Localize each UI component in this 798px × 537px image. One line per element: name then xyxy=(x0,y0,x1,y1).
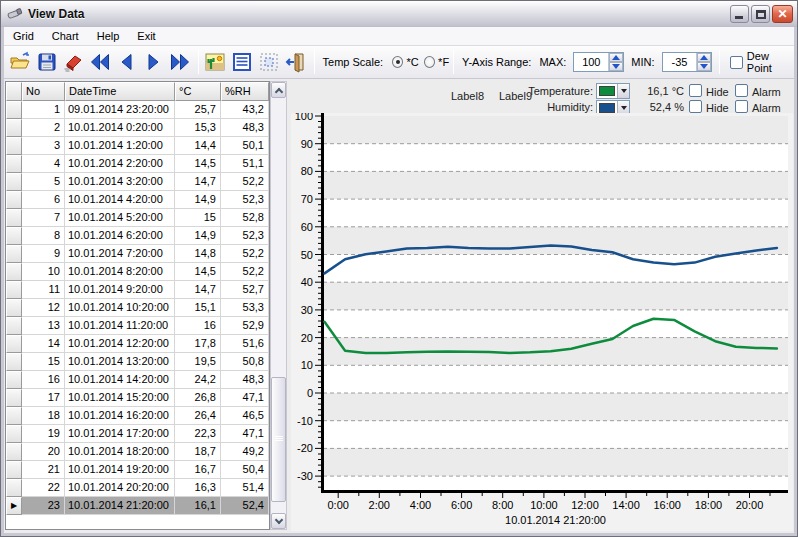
cell-rh: 50,4 xyxy=(221,461,269,479)
dew-point-checkbox[interactable] xyxy=(730,56,742,69)
minimize-icon xyxy=(735,16,743,19)
save-button[interactable] xyxy=(35,49,60,75)
table-row[interactable]: 1010.01.2014 8:20:0014,552,2 xyxy=(6,263,269,281)
table-row[interactable]: 310.01.2014 1:20:0014,450,1 xyxy=(6,137,269,155)
cell-rh: 51,4 xyxy=(221,479,269,497)
min-spin-up-button[interactable] xyxy=(697,53,711,62)
scroll-down-button[interactable] xyxy=(271,513,286,529)
select-button[interactable] xyxy=(256,49,281,75)
cell-datetime: 10.01.2014 11:20:00 xyxy=(65,317,175,335)
table-row[interactable]: 2210.01.2014 20:20:0016,351,4 xyxy=(6,479,269,497)
svg-text:6:00: 6:00 xyxy=(451,499,472,511)
column-header-no[interactable]: No xyxy=(22,82,65,101)
table-row[interactable]: 1710.01.2014 15:20:0026,847,1 xyxy=(6,389,269,407)
table-row[interactable]: 510.01.2014 3:20:0014,752,2 xyxy=(6,173,269,191)
table-row[interactable]: 109.01.2014 23:20:0025,743,2 xyxy=(6,101,269,119)
chart-image-button[interactable] xyxy=(203,49,228,75)
exit-button[interactable] xyxy=(283,49,308,75)
maximize-button[interactable] xyxy=(751,5,770,23)
max-spin-up-button[interactable] xyxy=(609,53,623,62)
alarm-temperature-checkbox[interactable] xyxy=(735,84,748,97)
cell-no: 14 xyxy=(22,335,65,353)
svg-text:16:00: 16:00 xyxy=(653,499,681,511)
erase-button[interactable] xyxy=(61,49,86,75)
row-indicator xyxy=(6,263,22,281)
menu-grid[interactable]: Grid xyxy=(4,28,43,44)
table-row[interactable]: 1310.01.2014 11:20:001652,9 xyxy=(6,317,269,335)
cell-rh: 52,3 xyxy=(221,227,269,245)
previous-record-button[interactable] xyxy=(114,49,139,75)
table-row[interactable]: 2010.01.2014 18:20:0018,749,2 xyxy=(6,443,269,461)
row-indicator xyxy=(6,173,22,191)
scrollbar-thumb[interactable] xyxy=(271,377,286,502)
min-spinedit[interactable]: -35 xyxy=(662,52,713,72)
table-row[interactable]: 410.01.2014 2:20:0014,551,1 xyxy=(6,155,269,173)
last-record-button[interactable] xyxy=(168,49,193,75)
svg-text:10: 10 xyxy=(301,359,313,371)
table-row[interactable]: 2110.01.2014 19:20:0016,750,4 xyxy=(6,461,269,479)
table-row[interactable]: 1510.01.2014 13:20:0019,550,8 xyxy=(6,353,269,371)
table-row[interactable]: 1410.01.2014 12:20:0017,851,6 xyxy=(6,335,269,353)
menu-help[interactable]: Help xyxy=(88,28,129,44)
fahrenheit-radio[interactable] xyxy=(424,56,435,68)
grid-view-button[interactable] xyxy=(230,49,255,75)
temperature-color-select[interactable] xyxy=(596,83,630,99)
column-header-datetime[interactable]: DateTime xyxy=(65,82,175,101)
hide-temperature-checkbox[interactable] xyxy=(689,84,702,97)
table-row[interactable]: 1610.01.2014 14:20:0024,248,3 xyxy=(6,371,269,389)
svg-text:50: 50 xyxy=(301,249,313,261)
min-value[interactable]: -35 xyxy=(663,53,697,71)
grid-scrollbar[interactable] xyxy=(270,81,287,530)
cell-no: 5 xyxy=(22,173,65,191)
humidity-color-swatch xyxy=(599,103,615,113)
celsius-radio[interactable] xyxy=(392,56,403,68)
cell-rh: 50,1 xyxy=(221,137,269,155)
column-header-rh[interactable]: %RH xyxy=(221,82,269,101)
scroll-up-button[interactable] xyxy=(271,82,286,98)
temperature-label: Temperature: xyxy=(527,84,593,98)
max-value[interactable]: 100 xyxy=(574,53,608,71)
cell-temp: 25,7 xyxy=(175,101,221,119)
cell-no: 4 xyxy=(22,155,65,173)
close-button[interactable]: ✕ xyxy=(772,5,793,23)
table-row[interactable]: 910.01.2014 7:20:0014,852,2 xyxy=(6,245,269,263)
svg-text:40: 40 xyxy=(301,276,313,288)
min-spin-down-button[interactable] xyxy=(697,62,711,71)
next-record-button[interactable] xyxy=(141,49,166,75)
cell-no: 18 xyxy=(22,407,65,425)
table-row[interactable]: 710.01.2014 5:20:001552,8 xyxy=(6,209,269,227)
row-indicator xyxy=(6,443,22,461)
minimize-button[interactable] xyxy=(730,5,749,23)
max-spin-down-button[interactable] xyxy=(609,62,623,71)
table-row[interactable]: 1110.01.2014 9:20:0014,752,7 xyxy=(6,281,269,299)
first-record-button[interactable] xyxy=(88,49,113,75)
table-row[interactable]: ▶2310.01.2014 21:20:0016,152,4 xyxy=(6,497,269,515)
cell-temp: 22,3 xyxy=(175,425,221,443)
max-spinedit[interactable]: 100 xyxy=(573,52,624,72)
cell-no: 6 xyxy=(22,191,65,209)
svg-text:60: 60 xyxy=(301,221,313,233)
table-row[interactable]: 210.01.2014 0:20:0015,348,3 xyxy=(6,119,269,137)
column-header-temp[interactable]: °C xyxy=(175,82,221,101)
temperature-color-swatch xyxy=(599,86,615,96)
table-row[interactable]: 810.01.2014 6:20:0014,952,3 xyxy=(6,227,269,245)
page: { "window": { "title": "View Data" }, "m… xyxy=(0,0,798,537)
hide-humidity-checkbox[interactable] xyxy=(689,100,702,113)
cell-rh: 52,9 xyxy=(221,317,269,335)
table-row[interactable]: 610.01.2014 4:20:0014,952,3 xyxy=(6,191,269,209)
cell-rh: 53,3 xyxy=(221,299,269,317)
cell-temp: 26,8 xyxy=(175,389,221,407)
svg-text:30: 30 xyxy=(301,304,313,316)
row-indicator xyxy=(6,209,22,227)
table-row[interactable]: 1910.01.2014 17:20:0022,347,1 xyxy=(6,425,269,443)
picture-icon xyxy=(204,51,226,73)
menu-chart[interactable]: Chart xyxy=(43,28,88,44)
dew-point-label: Dew Point xyxy=(747,50,794,74)
alarm-humidity-checkbox[interactable] xyxy=(735,100,748,113)
table-row[interactable]: 1210.01.2014 10:20:0015,153,3 xyxy=(6,299,269,317)
alarm-temperature-label: Alarm xyxy=(752,85,781,99)
cell-temp: 14,4 xyxy=(175,137,221,155)
open-file-button[interactable] xyxy=(8,49,33,75)
table-row[interactable]: 1810.01.2014 16:20:0026,446,5 xyxy=(6,407,269,425)
menu-exit[interactable]: Exit xyxy=(128,28,164,44)
